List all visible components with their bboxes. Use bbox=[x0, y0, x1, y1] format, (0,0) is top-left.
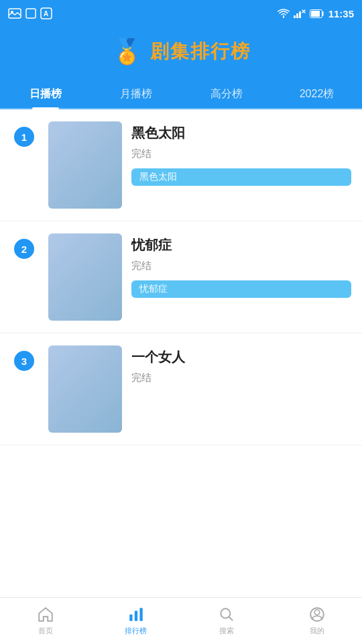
home-icon bbox=[37, 606, 54, 623]
nav-item-profile[interactable]: 我的 bbox=[272, 598, 362, 644]
content-list: 1 黑色太阳 完结 黑色太阳 2 忧郁症 完结 忧郁症 3 bbox=[0, 109, 362, 582]
rank-column: 3 bbox=[0, 345, 48, 433]
item-status-2: 完结 bbox=[131, 260, 351, 272]
nav-label-search: 搜索 bbox=[219, 626, 234, 636]
list-item: 3 一个女人 完结 bbox=[0, 333, 362, 445]
svg-rect-7 bbox=[299, 11, 301, 18]
list-item: 1 黑色太阳 完结 黑色太阳 bbox=[0, 109, 362, 221]
medal-icon: 🏅 bbox=[112, 38, 142, 66]
status-bar-left: A bbox=[8, 7, 52, 19]
nav-item-search[interactable]: 搜索 bbox=[181, 598, 272, 644]
signal-icon bbox=[294, 9, 306, 18]
item-status-1: 完结 bbox=[131, 148, 351, 160]
tab-2022[interactable]: 2022榜 bbox=[272, 79, 362, 108]
item-status-3: 完结 bbox=[131, 372, 351, 384]
time-display: 11:35 bbox=[328, 8, 354, 19]
tab-daily[interactable]: 日播榜 bbox=[0, 79, 90, 108]
item-title-1: 黑色太阳 bbox=[131, 124, 351, 142]
tab-highscore[interactable]: 高分榜 bbox=[181, 79, 272, 108]
battery-icon bbox=[310, 9, 324, 18]
item-thumbnail-2 bbox=[48, 233, 122, 321]
item-info-2: 忧郁症 完结 忧郁症 bbox=[122, 233, 351, 321]
tab-monthly[interactable]: 月播榜 bbox=[90, 79, 181, 108]
svg-rect-6 bbox=[296, 13, 298, 18]
page-title: 剧集排行榜 bbox=[150, 39, 251, 64]
item-thumbnail-1 bbox=[48, 121, 122, 209]
status-bar: A 11:35 bbox=[0, 0, 362, 27]
list-item: 2 忧郁症 完结 忧郁症 bbox=[0, 221, 362, 333]
rank-badge-1: 1 bbox=[14, 127, 34, 147]
rank-column: 2 bbox=[0, 233, 48, 321]
item-tag-1[interactable]: 黑色太阳 bbox=[131, 168, 351, 186]
svg-text:A: A bbox=[44, 10, 48, 17]
gallery-icon bbox=[8, 8, 21, 19]
item-thumbnail-3 bbox=[48, 345, 122, 433]
square-icon bbox=[25, 8, 36, 19]
header: 🏅 剧集排行榜 bbox=[0, 27, 362, 79]
search-icon bbox=[218, 606, 235, 623]
item-info-3: 一个女人 完结 bbox=[122, 345, 351, 433]
rank-badge-3: 3 bbox=[14, 351, 34, 371]
rank-column: 1 bbox=[0, 121, 48, 209]
svg-rect-14 bbox=[139, 608, 142, 621]
svg-rect-2 bbox=[26, 9, 36, 18]
svg-point-17 bbox=[314, 610, 320, 615]
rank-badge-2: 2 bbox=[14, 239, 34, 259]
nav-label-ranking: 排行榜 bbox=[125, 626, 147, 636]
nav-item-ranking[interactable]: 排行榜 bbox=[90, 598, 181, 644]
bottom-navigation: 首页 排行榜 搜索 我的 bbox=[0, 597, 362, 644]
status-bar-right: 11:35 bbox=[278, 8, 354, 19]
item-title-2: 忧郁症 bbox=[131, 236, 351, 254]
profile-icon bbox=[308, 606, 326, 623]
nav-label-profile: 我的 bbox=[310, 626, 324, 636]
item-info-1: 黑色太阳 完结 黑色太阳 bbox=[122, 121, 351, 209]
nav-label-home: 首页 bbox=[38, 626, 53, 636]
svg-rect-11 bbox=[311, 11, 320, 17]
svg-rect-5 bbox=[294, 15, 296, 18]
tabs-bar: 日播榜 月播榜 高分榜 2022榜 bbox=[0, 79, 362, 109]
nav-item-home[interactable]: 首页 bbox=[0, 598, 90, 644]
item-tag-2[interactable]: 忧郁症 bbox=[131, 280, 351, 298]
svg-rect-12 bbox=[129, 614, 132, 621]
ranking-icon bbox=[127, 606, 145, 623]
wifi-icon bbox=[278, 9, 290, 18]
app-icon: A bbox=[40, 7, 52, 19]
item-title-3: 一个女人 bbox=[131, 348, 351, 366]
svg-rect-13 bbox=[134, 611, 137, 621]
